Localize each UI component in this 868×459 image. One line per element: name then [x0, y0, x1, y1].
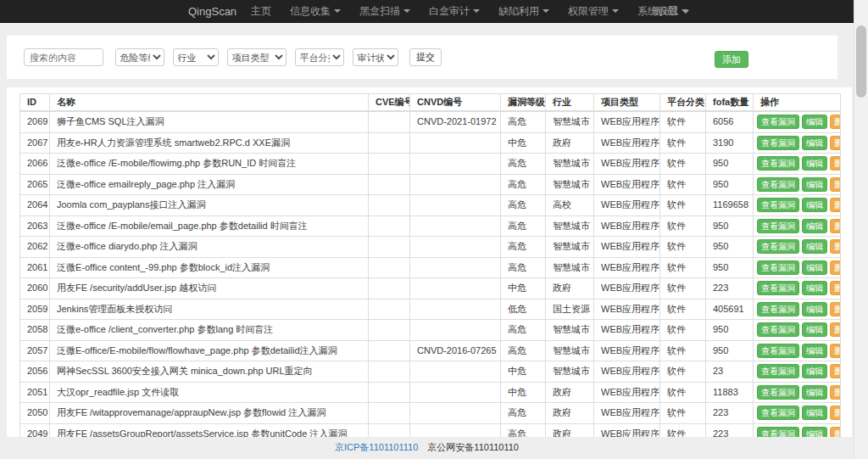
icp-link[interactable]: 京ICP备1101101110 — [335, 442, 418, 452]
cell-platform: 软件 — [660, 132, 706, 154]
delete-button[interactable]: 删除 — [830, 322, 841, 337]
edit-button[interactable]: 编辑 — [802, 239, 827, 254]
cell-cve — [369, 361, 410, 383]
edit-button[interactable]: 编辑 — [802, 260, 827, 275]
nav-item-0[interactable]: 主页 — [242, 0, 281, 23]
filter-select-0[interactable]: 危险等级 — [115, 48, 164, 66]
edit-button[interactable]: 编辑 — [802, 427, 827, 437]
cell-fofa: 405691 — [706, 299, 754, 320]
edit-button[interactable]: 编辑 — [802, 156, 827, 171]
view-vuln-button[interactable]: 查看漏洞 — [757, 156, 799, 171]
user-menu-dropdown[interactable]: 测试1 — [653, 0, 689, 23]
cell-fofa: 223 — [706, 423, 754, 437]
cell-platform: 软件 — [660, 423, 706, 437]
edit-button[interactable]: 编辑 — [802, 281, 827, 295]
cell-actions: 查看漏洞编辑删除 — [754, 257, 841, 278]
delete-button[interactable]: 删除 — [830, 344, 841, 358]
cell-type: WEB应用程序 — [594, 320, 660, 341]
cell-id: 2051 — [20, 382, 50, 403]
view-vuln-button[interactable]: 查看漏洞 — [757, 406, 799, 420]
cell-actions: 查看漏洞编辑删除 — [754, 216, 841, 237]
search-input[interactable] — [24, 48, 103, 66]
view-vuln-button[interactable]: 查看漏洞 — [757, 281, 799, 295]
view-vuln-button[interactable]: 查看漏洞 — [757, 344, 799, 358]
delete-button[interactable]: 删除 — [830, 156, 841, 171]
cell-id: 2057 — [20, 340, 50, 361]
col-header-2: CVE编号 — [369, 94, 410, 112]
filter-select-3[interactable]: 平台分类 — [295, 48, 344, 66]
edit-button[interactable]: 编辑 — [802, 198, 827, 212]
navbar-brand[interactable]: QingScan — [188, 0, 236, 23]
view-vuln-button[interactable]: 查看漏洞 — [757, 177, 799, 192]
submit-button[interactable]: 提交 — [409, 48, 442, 66]
cell-industry: 国土资源 — [546, 299, 594, 320]
cell-actions: 查看漏洞编辑删除 — [754, 299, 841, 320]
cell-cnvd — [410, 154, 501, 175]
cell-fofa: 23 — [706, 361, 754, 383]
cell-id: 2061 — [20, 257, 50, 278]
edit-button[interactable]: 编辑 — [802, 385, 827, 400]
delete-button[interactable]: 删除 — [830, 406, 841, 420]
cell-cve — [369, 299, 410, 320]
cell-fofa: 11883 — [706, 382, 754, 403]
view-vuln-button[interactable]: 查看漏洞 — [757, 198, 799, 212]
filter-select-4[interactable]: 审计状态 — [353, 48, 398, 66]
view-vuln-button[interactable]: 查看漏洞 — [757, 239, 799, 254]
table-row: 2062泛微e-office diarydo.php 注入漏洞高危智慧城市WEB… — [20, 237, 841, 258]
view-vuln-button[interactable]: 查看漏洞 — [757, 115, 799, 129]
add-button[interactable]: 添加 — [715, 51, 748, 68]
scrollbar[interactable] — [854, 0, 868, 459]
nav-item-4[interactable]: 缺陷利用 — [489, 0, 559, 23]
edit-button[interactable]: 编辑 — [802, 219, 827, 233]
nav-item-5[interactable]: 权限管理 — [559, 0, 628, 23]
cell-type: WEB应用程序 — [594, 340, 660, 361]
filter-select-2[interactable]: 项目类型 — [227, 48, 287, 66]
delete-button[interactable]: 删除 — [830, 364, 841, 378]
cell-cve — [369, 195, 410, 216]
cell-name: 用友e-HR人力资源管理系统 smartweb2.RPC.d XXE漏洞 — [50, 132, 369, 154]
delete-button[interactable]: 删除 — [830, 260, 841, 275]
view-vuln-button[interactable]: 查看漏洞 — [757, 219, 799, 233]
edit-button[interactable]: 编辑 — [802, 177, 827, 192]
user-menu-label: 测试1 — [653, 5, 679, 17]
cell-name: 泛微e-office emailreply_page.php 注入漏洞 — [50, 174, 369, 195]
delete-button[interactable]: 删除 — [830, 198, 841, 212]
edit-button[interactable]: 编辑 — [802, 302, 827, 316]
nav-item-1[interactable]: 信息收集 — [281, 0, 350, 23]
nav-item-3[interactable]: 白盒审计 — [420, 0, 489, 23]
edit-button[interactable]: 编辑 — [802, 322, 827, 337]
cell-level: 高危 — [501, 174, 546, 195]
filter-select-1[interactable]: 行业 — [173, 48, 219, 66]
edit-button[interactable]: 编辑 — [802, 115, 827, 129]
view-vuln-button[interactable]: 查看漏洞 — [757, 302, 799, 316]
delete-button[interactable]: 删除 — [830, 219, 841, 233]
delete-button[interactable]: 删除 — [830, 115, 841, 129]
view-vuln-button[interactable]: 查看漏洞 — [757, 260, 799, 275]
delete-button[interactable]: 删除 — [830, 136, 841, 150]
cell-fofa: 950 — [706, 154, 754, 175]
delete-button[interactable]: 删除 — [830, 385, 841, 400]
edit-button[interactable]: 编辑 — [802, 136, 827, 150]
view-vuln-button[interactable]: 查看漏洞 — [757, 322, 799, 337]
cell-industry: 智慧城市 — [546, 340, 594, 361]
nav-item-2[interactable]: 黑盒扫描 — [350, 0, 420, 23]
cell-level: 高危 — [501, 195, 546, 216]
delete-button[interactable]: 删除 — [830, 177, 841, 192]
view-vuln-button[interactable]: 查看漏洞 — [757, 364, 799, 378]
table-row: 2056网神SecSSL 3600安全接入网关 minica_down.php … — [20, 361, 841, 383]
delete-button[interactable]: 删除 — [830, 427, 841, 437]
cell-type: WEB应用程序 — [594, 403, 660, 424]
delete-button[interactable]: 删除 — [830, 302, 841, 316]
cell-platform: 软件 — [660, 237, 706, 258]
view-vuln-button[interactable]: 查看漏洞 — [757, 385, 799, 400]
delete-button[interactable]: 删除 — [830, 239, 841, 254]
edit-button[interactable]: 编辑 — [802, 364, 827, 378]
cell-actions: 查看漏洞编辑删除 — [754, 278, 841, 299]
edit-button[interactable]: 编辑 — [802, 406, 827, 420]
edit-button[interactable]: 编辑 — [802, 344, 827, 358]
view-vuln-button[interactable]: 查看漏洞 — [757, 427, 799, 437]
scrollbar-thumb[interactable] — [856, 25, 866, 98]
delete-button[interactable]: 删除 — [830, 281, 841, 295]
cell-id: 2058 — [20, 320, 50, 341]
view-vuln-button[interactable]: 查看漏洞 — [757, 136, 799, 150]
